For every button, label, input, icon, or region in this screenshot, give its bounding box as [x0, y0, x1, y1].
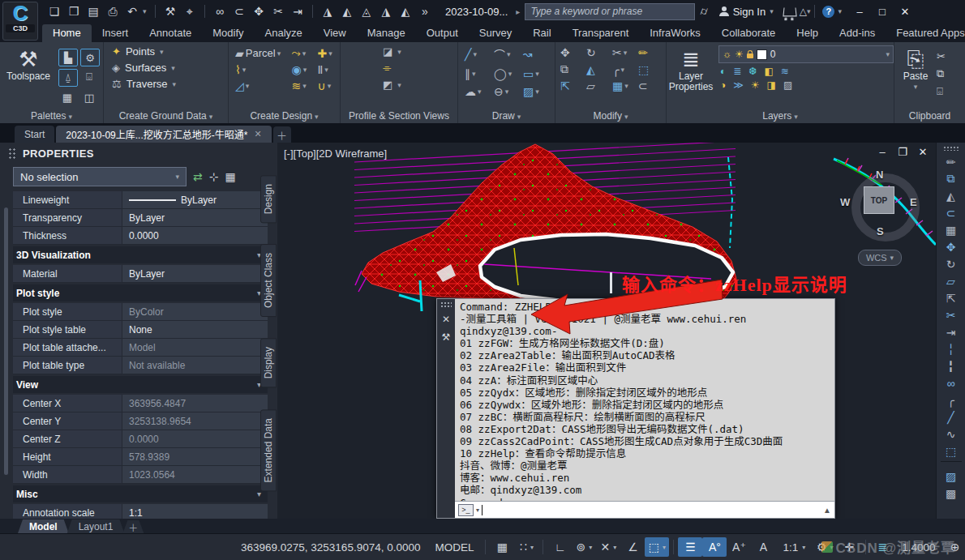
paste-button[interactable]: ⎘ Paste ▾ — [898, 47, 933, 92]
panel-label-palettes[interactable]: Palettes▾ — [0, 110, 103, 122]
layer-thaw-all-icon[interactable]: ☀ — [751, 79, 760, 91]
hatch-button[interactable]: ▨▾ — [523, 85, 549, 98]
object-snap-icon[interactable]: ⬚▾ — [645, 537, 669, 557]
selection-cycling-icon[interactable]: ☰ — [678, 537, 702, 557]
grid-display-icon[interactable]: ▦ — [490, 537, 514, 557]
property-value[interactable]: Not available — [122, 357, 268, 374]
tab-start[interactable]: Start — [15, 126, 54, 143]
properties-palette-icon[interactable]: ▙ — [58, 49, 78, 66]
move-point-icon[interactable]: ✥ — [250, 3, 268, 19]
new-drawing-tab-button[interactable]: ＋ — [273, 126, 291, 143]
section-view[interactable]: View▾ — [13, 376, 268, 393]
drawing-canvas[interactable]: [-][Top][2D Wireframe] – ❐ ✕ TOP N S E W… — [277, 143, 965, 519]
offset-button[interactable]: ⊂ — [638, 79, 663, 92]
property-value[interactable]: 578.9389 — [122, 448, 268, 465]
scale-button[interactable]: ▱ — [586, 79, 611, 92]
ribbon-tab-manage[interactable]: Manage — [357, 24, 416, 42]
viewcube-east[interactable]: E — [910, 196, 917, 208]
ribbon-tab-insert[interactable]: Insert — [92, 24, 139, 42]
annotation-visibility-icon[interactable]: A° — [702, 537, 727, 557]
ribbon-tab-output[interactable]: Output — [416, 24, 469, 42]
qat-more-icon[interactable]: » — [416, 3, 434, 19]
command-history[interactable]: Command: ZZHELP-测量工具箱 | Ver:231021 | @测量… — [455, 299, 834, 501]
fillet-icon[interactable]: ╭ — [941, 391, 962, 408]
property-value[interactable]: ByColor — [122, 303, 268, 320]
profile-button[interactable]: ◉▾ — [291, 63, 309, 76]
viewport-controls-label[interactable]: [-][Top][2D Wireframe] — [284, 147, 387, 160]
toggle-pickadd-icon[interactable]: ⇄ — [193, 170, 203, 183]
surface-edit-4-icon[interactable]: ◮ — [377, 3, 395, 19]
array-button[interactable]: ▦▾ — [612, 79, 637, 92]
tab-layout1[interactable]: Layout1 — [67, 519, 125, 533]
profile-view-button[interactable]: ◪▾ — [383, 45, 457, 58]
move-button[interactable]: ✥ — [560, 46, 585, 59]
grading-button[interactable]: ◿▾ — [235, 79, 283, 92]
sheet-set-palette-icon[interactable]: ▦ — [58, 89, 76, 105]
command-grip-icon[interactable] — [440, 301, 452, 307]
toolbox-palette-icon[interactable]: ⌺ — [80, 69, 98, 85]
property-value[interactable]: 1023.0564 — [122, 466, 268, 483]
palette-tab-object-class[interactable]: Object Class — [260, 244, 277, 317]
survey-palette-icon[interactable]: ⍙ — [58, 69, 78, 87]
polar-tracking-icon[interactable]: ⊚▾ — [572, 537, 596, 557]
minimize-button[interactable]: – — [848, 2, 871, 20]
quick-calculator-icon[interactable]: ▦ — [225, 170, 235, 183]
intersection-button[interactable]: ✚▾ — [317, 47, 335, 60]
ribbon-tab-view[interactable]: View — [313, 24, 357, 42]
explode-button[interactable]: ⬚ — [638, 63, 663, 76]
gradient-icon[interactable]: ▩ — [941, 485, 962, 502]
array-icon[interactable]: ▦ — [941, 221, 962, 238]
copy-button[interactable]: ⧉ — [560, 62, 585, 76]
rectangle-button[interactable]: ▭▾ — [523, 67, 549, 80]
cut-clip-icon[interactable]: ✂ — [937, 50, 946, 62]
fillet-button[interactable]: ╭▾ — [612, 63, 637, 76]
default-scale-value[interactable]: 1.4000 — [894, 537, 942, 557]
plot-icon[interactable]: ⎙ — [104, 3, 122, 19]
tab-current-drawing[interactable]: 2023-10-09上库...挖收方汇总地形-牛昭通* ✕ — [56, 126, 271, 143]
extend-icon[interactable]: ⇥ — [941, 323, 962, 340]
stretch-icon[interactable]: ⇱ — [941, 289, 962, 306]
property-value[interactable]: 0.0000 — [122, 430, 268, 447]
layer-lock-icon[interactable]: ◧ — [764, 66, 773, 77]
dynamic-input-icon[interactable]: ∠ — [620, 537, 645, 557]
annotation-autoscale-icon[interactable]: A⁺ — [727, 537, 751, 557]
feature-line-button[interactable]: ⌇▾ — [235, 63, 283, 76]
new-file-icon[interactable]: ❏ — [45, 3, 63, 19]
maximize-button[interactable]: □ — [871, 2, 894, 20]
command-scroll-up-icon[interactable]: ▲ — [823, 506, 831, 515]
join-icon[interactable]: ∞ — [941, 374, 962, 391]
erase-button[interactable]: ✏ — [638, 46, 663, 59]
sign-in-dropdown-icon[interactable]: ▾ — [770, 7, 774, 15]
layer-make-current-icon[interactable]: ≋ — [781, 66, 789, 77]
construction-line-button[interactable]: ∥▾ — [465, 67, 491, 80]
properties-scrollbar[interactable] — [4, 207, 8, 475]
corridor-button[interactable]: ≋▾ — [291, 79, 309, 92]
ribbon-tab-survey[interactable]: Survey — [469, 24, 522, 42]
viewcube[interactable]: TOP N S E W WCS▾ — [845, 172, 923, 269]
recent-commands-icon[interactable]: ▾ — [476, 507, 479, 514]
sign-in-button[interactable]: Sign In ▾ — [719, 6, 774, 18]
stretch-button[interactable]: ⇱ — [560, 79, 585, 92]
section-misc[interactable]: Misc▾ — [13, 485, 268, 502]
new-layout-button[interactable]: ＋ — [122, 520, 144, 533]
ribbon-tab-transparent[interactable]: Transparent — [562, 24, 640, 42]
trim-icon[interactable]: ✂ — [941, 306, 962, 323]
ribbon-tab-home[interactable]: Home — [42, 24, 92, 42]
wcs-dropdown[interactable]: WCS▾ — [858, 250, 902, 266]
layer-match-icon[interactable]: ▨ — [783, 79, 792, 91]
layer-freeze-icon[interactable]: ❆ — [748, 66, 757, 77]
close-button[interactable]: ✕ — [894, 2, 916, 20]
command-input-bar[interactable]: >_ ▾ ▲ — [455, 501, 834, 518]
snap-mode-icon[interactable]: ∷▾ — [514, 537, 538, 557]
alignment-button[interactable]: ⤳▾ — [291, 46, 309, 60]
blend-curves-icon[interactable]: ∿ — [941, 425, 962, 442]
toolspace-button[interactable]: ⚒ Toolspace — [3, 47, 54, 82]
break-at-point-icon[interactable]: ╎ — [941, 340, 962, 357]
layer-dropdown-icon[interactable]: ▾ — [886, 50, 890, 58]
assembly-button[interactable]: Ⅱ▾ — [317, 63, 335, 76]
viewcube-south[interactable]: S — [877, 225, 884, 237]
autodesk-dropdown-icon[interactable]: ▾ — [807, 7, 811, 15]
survey-cut-icon[interactable]: ✂ — [269, 3, 287, 19]
parcel-button[interactable]: ▰Parcel▾ — [235, 47, 283, 60]
layer-isolate-icon[interactable]: ≣ — [733, 66, 741, 77]
